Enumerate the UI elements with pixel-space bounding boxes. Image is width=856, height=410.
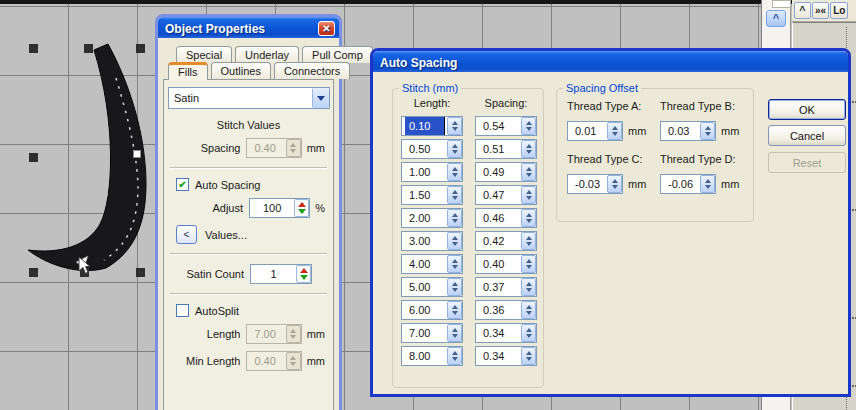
spinner-up-icon[interactable] xyxy=(452,144,458,148)
spinner-buttons[interactable] xyxy=(296,265,311,283)
spinner-buttons[interactable] xyxy=(447,278,462,296)
spinner-buttons[interactable] xyxy=(607,175,622,193)
spinner-buttons[interactable] xyxy=(447,301,462,319)
spinner-buttons[interactable] xyxy=(447,232,462,250)
spinner-up-icon[interactable] xyxy=(452,305,458,309)
spinner-up-icon[interactable] xyxy=(452,236,458,240)
spinner-down-icon[interactable] xyxy=(526,311,532,315)
tab-special[interactable]: Special xyxy=(176,46,232,63)
spinner-down-icon[interactable] xyxy=(452,242,458,246)
spinner-down-icon[interactable] xyxy=(298,209,306,214)
spacing-spinbox[interactable]: 0.49 xyxy=(475,162,537,182)
spinner-up-icon[interactable] xyxy=(452,213,458,217)
chevron-up-button[interactable]: ^ xyxy=(794,2,811,19)
length-spinbox[interactable]: 4.00 xyxy=(401,254,463,274)
spinner-buttons[interactable] xyxy=(607,122,622,140)
spinner-down-icon[interactable] xyxy=(526,173,532,177)
spinner-down-icon[interactable] xyxy=(526,334,532,338)
spinner-down-icon[interactable] xyxy=(452,288,458,292)
spinner-buttons[interactable] xyxy=(521,278,536,296)
spacing-spinbox[interactable]: 0.36 xyxy=(475,300,537,320)
spinner-up-icon[interactable] xyxy=(300,268,308,273)
spinner-up-icon[interactable] xyxy=(452,259,458,263)
spinner-buttons[interactable] xyxy=(521,117,536,135)
spacing-spinbox[interactable]: 0.46 xyxy=(475,208,537,228)
satin-column-object[interactable] xyxy=(18,40,158,280)
spacing-spinbox[interactable]: 0.40 xyxy=(475,254,537,274)
spinner-down-icon[interactable] xyxy=(526,127,532,131)
spinner-buttons[interactable] xyxy=(447,163,462,181)
spinner-buttons[interactable] xyxy=(447,186,462,204)
spinner-up-icon[interactable] xyxy=(526,144,532,148)
selection-handle[interactable] xyxy=(84,44,93,53)
auto-spacing-checkbox[interactable]: ✔ xyxy=(176,178,189,191)
spinner-up-icon[interactable] xyxy=(452,167,458,171)
spinner-down-icon[interactable] xyxy=(526,219,532,223)
spinner-buttons[interactable] xyxy=(700,175,715,193)
ok-button[interactable]: OK xyxy=(768,99,846,120)
spinner-down-icon[interactable] xyxy=(705,185,711,189)
spinner-up-icon[interactable] xyxy=(452,328,458,332)
length-spinbox[interactable]: 2.00 xyxy=(401,208,463,228)
tab-underlay[interactable]: Underlay xyxy=(235,46,299,63)
spinner-down-icon[interactable] xyxy=(612,132,618,136)
length-spinbox[interactable]: 0.10 xyxy=(401,116,463,136)
selection-handle[interactable] xyxy=(29,44,38,53)
spinner-up-icon[interactable] xyxy=(612,126,618,130)
values-collapse-button[interactable]: < xyxy=(176,225,197,244)
clipped-toolbar-button[interactable]: Lo xyxy=(830,2,848,19)
spinner-down-icon[interactable] xyxy=(526,242,532,246)
spinner-up-icon[interactable] xyxy=(526,213,532,217)
spinner-down-icon[interactable] xyxy=(526,288,532,292)
spinner-up-icon[interactable] xyxy=(705,179,711,183)
spacing-spinbox[interactable]: 0.51 xyxy=(475,139,537,159)
satin-count-spinbox[interactable]: 1 xyxy=(250,264,312,284)
spinner-buttons[interactable] xyxy=(447,209,462,227)
spinner-down-icon[interactable] xyxy=(705,132,711,136)
spinner-down-icon[interactable] xyxy=(452,311,458,315)
length-spinbox[interactable]: 8.00 xyxy=(401,346,463,366)
selection-handle[interactable] xyxy=(136,44,145,53)
length-spinbox[interactable]: 0.50 xyxy=(401,139,463,159)
spinner-down-icon[interactable] xyxy=(452,357,458,361)
spinner-down-icon[interactable] xyxy=(526,265,532,269)
length-spinbox[interactable]: 7.00 xyxy=(401,323,463,343)
tab-connectors[interactable]: Connectors xyxy=(274,62,350,79)
spinner-up-icon[interactable] xyxy=(526,121,532,125)
spinner-up-icon[interactable] xyxy=(452,190,458,194)
spinner-buttons[interactable] xyxy=(447,347,462,365)
spinner-up-icon[interactable] xyxy=(452,351,458,355)
spacing-spinbox[interactable]: 0.34 xyxy=(475,346,537,366)
spinner-down-icon[interactable] xyxy=(526,357,532,361)
spinner-up-icon[interactable] xyxy=(452,282,458,286)
spinner-down-icon[interactable] xyxy=(526,150,532,154)
spacing-spinbox[interactable]: 0.47 xyxy=(475,185,537,205)
spinner-down-icon[interactable] xyxy=(452,265,458,269)
spinner-buttons[interactable] xyxy=(521,301,536,319)
offset-spinbox[interactable]: 0.03 xyxy=(660,121,716,141)
fill-type-select[interactable]: Satin xyxy=(168,87,330,109)
spacing-spinbox[interactable]: 0.42 xyxy=(475,231,537,251)
spinner-buttons[interactable] xyxy=(521,347,536,365)
spinner-buttons[interactable] xyxy=(700,122,715,140)
spinner-up-icon[interactable] xyxy=(526,305,532,309)
spinner-down-icon[interactable] xyxy=(452,219,458,223)
spacing-spinbox[interactable]: 0.54 xyxy=(475,116,537,136)
spinner-buttons[interactable] xyxy=(521,232,536,250)
offset-spinbox[interactable]: -0.03 xyxy=(567,174,623,194)
spacing-spinbox[interactable]: 0.37 xyxy=(475,277,537,297)
spinner-up-icon[interactable] xyxy=(526,282,532,286)
selection-handle[interactable] xyxy=(29,153,38,162)
spinner-buttons[interactable] xyxy=(521,163,536,181)
auto-spacing-titlebar[interactable]: Auto Spacing xyxy=(373,51,848,72)
spinner-down-icon[interactable] xyxy=(612,185,618,189)
spinner-up-icon[interactable] xyxy=(526,351,532,355)
spinner-up-icon[interactable] xyxy=(526,236,532,240)
dropdown-button[interactable] xyxy=(312,88,329,108)
spinner-down-icon[interactable] xyxy=(452,127,458,131)
spinner-buttons[interactable] xyxy=(447,255,462,273)
spinner-buttons[interactable] xyxy=(447,140,462,158)
offset-spinbox[interactable]: -0.06 xyxy=(660,174,716,194)
spinner-down-icon[interactable] xyxy=(300,275,308,280)
spinner-buttons[interactable] xyxy=(521,186,536,204)
